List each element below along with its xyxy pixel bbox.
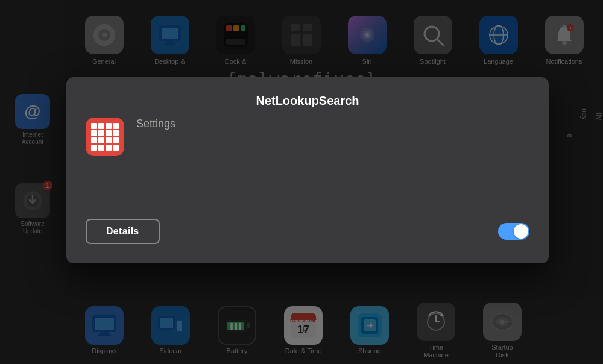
grid-cell <box>91 130 97 136</box>
grid-cell <box>98 123 104 129</box>
grid-cell <box>106 137 112 143</box>
grid-cell <box>98 130 104 136</box>
grid-cell <box>106 145 112 151</box>
grid-cell <box>113 137 119 143</box>
grid-cell <box>98 137 104 143</box>
toggle-switch[interactable] <box>498 223 529 240</box>
grid-cell <box>106 130 112 136</box>
grid-cell <box>113 145 119 151</box>
grid-cell <box>98 145 104 151</box>
grid-icon <box>91 123 119 151</box>
modal-title: NetLookupSearch <box>86 94 529 108</box>
modal-body: Settings <box>86 118 529 202</box>
modal-dialog: NetLookupSearch <box>66 77 549 263</box>
modal-footer: Details <box>86 219 529 244</box>
toggle-knob <box>514 224 528 239</box>
modal-subtitle: Settings <box>136 118 529 130</box>
grid-cell <box>91 145 97 151</box>
grid-cell <box>106 123 112 129</box>
details-button[interactable]: Details <box>86 219 160 244</box>
grid-cell <box>113 123 119 129</box>
modal-info: Settings <box>136 118 529 130</box>
grid-cell <box>91 123 97 129</box>
grid-cell <box>91 137 97 143</box>
netlookup-app-icon <box>86 118 124 156</box>
grid-cell <box>113 130 119 136</box>
